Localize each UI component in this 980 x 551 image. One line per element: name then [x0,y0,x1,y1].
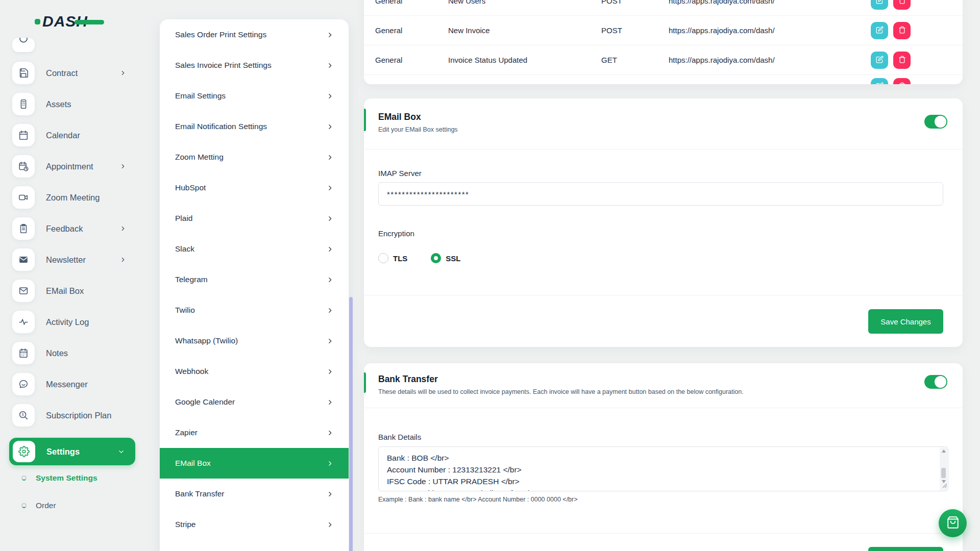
sidebar-item-subscription-plan[interactable]: $ Subscription Plan [12,404,144,427]
chevron-right-icon [327,93,333,99]
toggle-knob [935,116,946,128]
chevron-right-icon [327,215,333,222]
trash-icon [898,0,906,6]
shopping-bag-icon [946,516,960,531]
sidebar-item-appointment[interactable]: Appointment [12,155,144,178]
sidebar-item-label: Feedback [46,224,83,234]
logo-bar-icon [75,20,104,24]
edit-button[interactable] [871,52,888,69]
submenu-item-plaid[interactable]: Plaid [160,203,349,234]
cell-event: Invoice Status Updated [448,56,601,64]
save-changes-button-partial[interactable] [868,547,943,551]
chevron-right-icon [119,256,127,263]
edit-button[interactable] [871,22,888,39]
circular-arc-icon [17,38,30,52]
trash-icon [898,56,906,65]
resize-grip-icon[interactable] [942,481,947,490]
sidebar-item-settings[interactable]: Settings [9,438,135,465]
submenu-item-slack[interactable]: Slack [160,234,349,264]
submenu-scrollbar[interactable] [349,297,353,551]
radio-circle-icon [378,253,388,263]
sidebar-item-messenger[interactable]: Messenger [12,373,144,395]
submenu-item-hubspot[interactable]: HubSpot [160,172,349,203]
sidebar-item-zoom-meeting[interactable]: Zoom Meeting [12,186,144,209]
sidebar-item-calendar[interactable]: Calendar [12,124,144,146]
floating-cart-button[interactable] [939,509,967,537]
radio-tls[interactable]: TLS [378,253,407,263]
chevron-right-icon [327,62,333,69]
submenu-item-bank-transfer[interactable]: Bank Transfer [160,479,349,509]
chevron-right-icon [327,338,333,344]
table-row: General New Invoice POST https://apps.ra… [364,16,963,45]
edit-button[interactable] [871,78,888,84]
activity-pulse-icon [12,311,35,333]
sidebar-subitem-order[interactable]: Order [21,501,56,510]
sidebar-item-feedback[interactable]: Feedback [12,217,144,240]
submenu-item-google-calendar[interactable]: Google Calender [160,387,349,417]
delete-button[interactable] [893,52,911,69]
search-dollar-icon: $ [12,404,35,427]
bank-transfer-card: Bank Transfer These details will be used… [364,363,963,551]
submenu-item-email-box[interactable]: EMail Box [160,448,349,479]
gear-icon [13,441,35,462]
bank-transfer-toggle[interactable] [924,375,947,389]
edit-button[interactable] [871,0,888,10]
webhook-table-card: General New Users POST https://apps.rajo… [364,0,963,84]
svg-text:$: $ [21,412,24,417]
submenu-item-telegram[interactable]: Telegram [160,264,349,295]
submenu-item-email-settings[interactable]: Email Settings [160,81,349,111]
calendar-notes-icon [12,342,35,364]
app-logo[interactable]: DASH [35,11,111,32]
submenu-item-zoom-meeting[interactable]: Zoom Metting [160,142,349,172]
submenu-item-paypal[interactable]: Paypal [160,540,349,551]
submenu-item-twilio[interactable]: Twilio [160,295,349,325]
sidebar-menu: Contract Assets Calendar Appointment [0,62,144,435]
cell-method: GET [601,56,669,64]
sidebar-item-activity-log[interactable]: Activity Log [12,311,144,333]
video-camera-icon [12,186,35,209]
scrollbar-thumb[interactable] [941,468,946,478]
sidebar-subitem-system-settings[interactable]: System Settings [21,473,97,483]
save-changes-button[interactable]: Save Changes [868,309,943,334]
table-row: General Invoice Status Updated GET https… [364,45,963,75]
delete-button[interactable] [893,22,911,39]
sidebar-item-contract[interactable]: Contract [12,62,144,84]
bank-details-label: Bank Details [378,433,948,441]
email-box-toggle[interactable] [924,115,947,129]
sidebar-item-assets[interactable]: Assets [12,93,144,115]
imap-server-label: IMAP Server [378,169,943,178]
submenu-item-stripe[interactable]: Stripe [160,509,349,540]
settings-submenu: Sales Order Print Settings Sales Invoice… [160,19,349,551]
delete-button[interactable] [893,78,911,84]
sidebar-item-label: Calendar [46,131,80,140]
chevron-right-icon [327,307,333,314]
cell-method: POST [601,26,669,35]
submenu-item-whatsapp-twilio[interactable]: Whatsapp (Twilio) [160,325,349,356]
chevron-right-icon [327,277,333,283]
chevron-right-icon [327,185,333,191]
submenu-item-webhook[interactable]: Webhook [160,356,349,387]
sidebar-item-label: Activity Log [46,317,89,327]
delete-button[interactable] [893,0,911,10]
chevron-right-icon [327,491,333,497]
cell-module: General [375,56,448,64]
sidebar-item-newsletter[interactable]: Newsletter [12,248,144,271]
bank-details-textarea[interactable]: Bank : BOB </br> Account Number : 123132… [378,446,948,491]
radio-ssl[interactable]: SSL [431,253,460,263]
submenu-item-email-notification-settings[interactable]: Email Notification Settings [160,111,349,142]
scroll-up-arrow-icon[interactable] [942,449,946,453]
submenu-item-sales-order-print-settings[interactable]: Sales Order Print Settings [160,19,349,50]
edit-pencil-icon [876,0,884,6]
sidebar-item-email-box[interactable]: EMail Box [12,280,144,302]
envelope-outline-icon [12,280,35,302]
footer-divider [364,533,963,534]
sidebar-item-partial[interactable] [12,38,35,52]
sidebar: DASH Contract Assets Calendar [0,0,144,551]
imap-server-input[interactable] [378,182,943,206]
trash-icon [898,26,906,35]
submenu-item-sales-invoice-print-settings[interactable]: Sales Invoice Print Settings [160,50,349,81]
submenu-item-zapier[interactable]: Zapier [160,417,349,448]
sidebar-item-notes[interactable]: Notes [12,342,144,364]
trash-icon [898,82,906,84]
sidebar-item-label: Appointment [46,162,93,171]
